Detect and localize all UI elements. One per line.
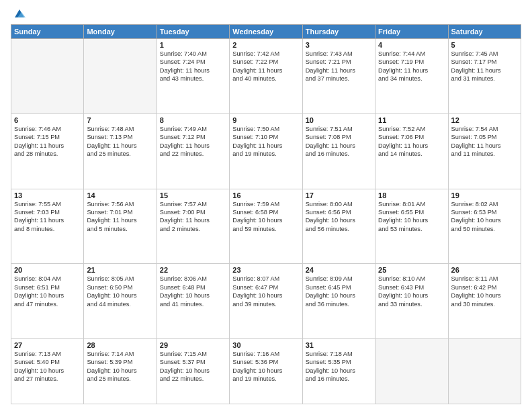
logo [11,8,26,20]
day-info: Sunrise: 7:45 AM Sunset: 7:17 PM Dayligh… [451,50,518,83]
day-info: Sunrise: 7:57 AM Sunset: 7:00 PM Dayligh… [160,200,226,234]
day-info: Sunrise: 7:59 AM Sunset: 6:58 PM Dayligh… [232,200,299,234]
day-number: 25 [378,266,445,274]
week-row-5: 27Sunrise: 7:13 AM Sunset: 5:40 PM Dayli… [11,339,521,404]
day-number: 22 [160,266,226,274]
day-number: 15 [160,191,226,199]
day-info: Sunrise: 8:06 AM Sunset: 6:48 PM Dayligh… [160,275,226,308]
day-info: Sunrise: 7:50 AM Sunset: 7:10 PM Dayligh… [232,125,299,158]
day-number: 17 [306,191,372,199]
calendar-cell: 26Sunrise: 8:11 AM Sunset: 6:42 PM Dayli… [448,264,521,339]
weekday-header-tuesday: Tuesday [157,25,229,39]
day-info: Sunrise: 7:42 AM Sunset: 7:22 PM Dayligh… [232,50,299,83]
week-row-2: 6Sunrise: 7:46 AM Sunset: 7:15 PM Daylig… [11,113,521,189]
calendar-cell: 2Sunrise: 7:42 AM Sunset: 7:22 PM Daylig… [230,39,302,114]
day-info: Sunrise: 8:01 AM Sunset: 6:55 PM Dayligh… [378,200,445,234]
day-info: Sunrise: 8:10 AM Sunset: 6:43 PM Dayligh… [378,275,445,308]
page: SundayMondayTuesdayWednesdayThursdayFrid… [0,0,532,411]
calendar-cell: 11Sunrise: 7:52 AM Sunset: 7:06 PM Dayli… [375,113,448,189]
day-number: 29 [160,341,226,349]
calendar-cell: 25Sunrise: 8:10 AM Sunset: 6:43 PM Dayli… [375,264,448,339]
calendar-cell [375,339,448,404]
calendar-table: SundayMondayTuesdayWednesdayThursdayFrid… [11,24,521,404]
day-number: 31 [306,341,372,349]
day-info: Sunrise: 7:18 AM Sunset: 5:35 PM Dayligh… [306,350,372,383]
calendar-cell: 30Sunrise: 7:16 AM Sunset: 5:36 PM Dayli… [230,339,302,404]
day-info: Sunrise: 7:14 AM Sunset: 5:39 PM Dayligh… [87,350,153,383]
day-number: 21 [87,266,153,274]
day-info: Sunrise: 7:43 AM Sunset: 7:21 PM Dayligh… [306,50,372,83]
calendar-cell: 7Sunrise: 7:48 AM Sunset: 7:13 PM Daylig… [84,113,157,189]
day-info: Sunrise: 8:04 AM Sunset: 6:51 PM Dayligh… [14,275,81,308]
calendar-cell: 6Sunrise: 7:46 AM Sunset: 7:15 PM Daylig… [11,113,84,189]
calendar-cell: 5Sunrise: 7:45 AM Sunset: 7:17 PM Daylig… [448,39,521,114]
day-info: Sunrise: 7:13 AM Sunset: 5:40 PM Dayligh… [14,350,81,383]
calendar-cell: 28Sunrise: 7:14 AM Sunset: 5:39 PM Dayli… [84,339,157,404]
calendar-cell: 15Sunrise: 7:57 AM Sunset: 7:00 PM Dayli… [157,189,229,264]
day-info: Sunrise: 7:55 AM Sunset: 7:03 PM Dayligh… [14,200,81,234]
weekday-header-monday: Monday [84,25,157,39]
day-info: Sunrise: 7:54 AM Sunset: 7:05 PM Dayligh… [451,125,518,158]
calendar-cell: 29Sunrise: 7:15 AM Sunset: 5:37 PM Dayli… [157,339,229,404]
day-number: 6 [14,116,81,124]
weekday-header-wednesday: Wednesday [230,25,302,39]
day-info: Sunrise: 8:00 AM Sunset: 6:56 PM Dayligh… [306,200,372,234]
day-number: 4 [378,41,445,49]
calendar-cell: 23Sunrise: 8:07 AM Sunset: 6:47 PM Dayli… [230,264,302,339]
calendar-cell: 31Sunrise: 7:18 AM Sunset: 5:35 PM Dayli… [302,339,375,404]
day-number: 18 [378,191,445,199]
day-info: Sunrise: 7:40 AM Sunset: 7:24 PM Dayligh… [160,50,226,83]
day-number: 27 [14,341,81,349]
calendar-cell: 27Sunrise: 7:13 AM Sunset: 5:40 PM Dayli… [11,339,84,404]
day-info: Sunrise: 7:46 AM Sunset: 7:15 PM Dayligh… [14,125,81,158]
day-number: 13 [14,191,81,199]
calendar-cell: 19Sunrise: 8:02 AM Sunset: 6:53 PM Dayli… [448,189,521,264]
day-number: 11 [378,116,445,124]
calendar-cell: 22Sunrise: 8:06 AM Sunset: 6:48 PM Dayli… [157,264,229,339]
weekday-header-saturday: Saturday [448,25,521,39]
calendar-cell: 18Sunrise: 8:01 AM Sunset: 6:55 PM Dayli… [375,189,448,264]
day-info: Sunrise: 7:16 AM Sunset: 5:36 PM Dayligh… [232,350,299,383]
day-number: 23 [232,266,299,274]
day-number: 28 [87,341,153,349]
week-row-4: 20Sunrise: 8:04 AM Sunset: 6:51 PM Dayli… [11,264,521,339]
day-number: 10 [306,116,372,124]
day-info: Sunrise: 8:02 AM Sunset: 6:53 PM Dayligh… [451,200,518,234]
day-number: 16 [232,191,299,199]
calendar-cell: 9Sunrise: 7:50 AM Sunset: 7:10 PM Daylig… [230,113,302,189]
day-info: Sunrise: 7:48 AM Sunset: 7:13 PM Dayligh… [87,125,153,158]
calendar-cell: 24Sunrise: 8:09 AM Sunset: 6:45 PM Dayli… [302,264,375,339]
day-number: 20 [14,266,81,274]
day-info: Sunrise: 7:15 AM Sunset: 5:37 PM Dayligh… [160,350,226,383]
calendar-cell [11,39,84,114]
calendar-cell: 10Sunrise: 7:51 AM Sunset: 7:08 PM Dayli… [302,113,375,189]
day-info: Sunrise: 7:49 AM Sunset: 7:12 PM Dayligh… [160,125,226,158]
calendar-cell: 13Sunrise: 7:55 AM Sunset: 7:03 PM Dayli… [11,189,84,264]
calendar-cell: 12Sunrise: 7:54 AM Sunset: 7:05 PM Dayli… [448,113,521,189]
day-number: 19 [451,191,518,199]
day-info: Sunrise: 7:44 AM Sunset: 7:19 PM Dayligh… [378,50,445,83]
day-number: 30 [232,341,299,349]
day-info: Sunrise: 8:05 AM Sunset: 6:50 PM Dayligh… [87,275,153,308]
day-number: 8 [160,116,226,124]
calendar-cell: 3Sunrise: 7:43 AM Sunset: 7:21 PM Daylig… [302,39,375,114]
weekday-header-friday: Friday [375,25,448,39]
weekday-header-sunday: Sunday [11,25,84,39]
calendar-cell: 17Sunrise: 8:00 AM Sunset: 6:56 PM Dayli… [302,189,375,264]
day-info: Sunrise: 8:07 AM Sunset: 6:47 PM Dayligh… [232,275,299,308]
day-number: 26 [451,266,518,274]
day-info: Sunrise: 7:56 AM Sunset: 7:01 PM Dayligh… [87,200,153,234]
calendar-cell: 21Sunrise: 8:05 AM Sunset: 6:50 PM Dayli… [84,264,157,339]
calendar-cell: 8Sunrise: 7:49 AM Sunset: 7:12 PM Daylig… [157,113,229,189]
week-row-3: 13Sunrise: 7:55 AM Sunset: 7:03 PM Dayli… [11,189,521,264]
calendar-cell: 14Sunrise: 7:56 AM Sunset: 7:01 PM Dayli… [84,189,157,264]
day-number: 3 [306,41,372,49]
day-number: 9 [232,116,299,124]
day-info: Sunrise: 8:09 AM Sunset: 6:45 PM Dayligh… [306,275,372,308]
weekday-header-thursday: Thursday [302,25,375,39]
calendar-cell [448,339,521,404]
day-info: Sunrise: 7:51 AM Sunset: 7:08 PM Dayligh… [306,125,372,158]
calendar-cell: 4Sunrise: 7:44 AM Sunset: 7:19 PM Daylig… [375,39,448,114]
week-row-1: 1Sunrise: 7:40 AM Sunset: 7:24 PM Daylig… [11,39,521,114]
day-number: 5 [451,41,518,49]
